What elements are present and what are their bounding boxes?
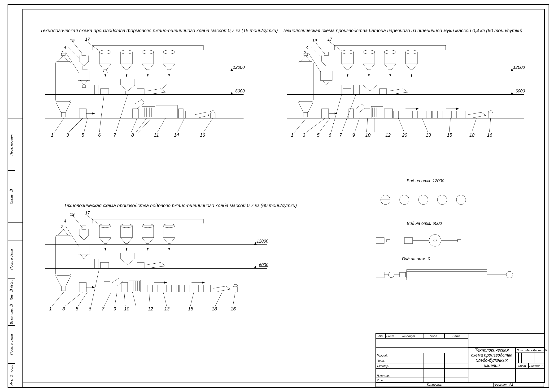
svg-rect-105 (488, 113, 493, 118)
svg-rect-135 (78, 245, 90, 254)
svg-rect-151 (122, 282, 128, 292)
svg-point-200 (419, 195, 428, 204)
s3-b7: 7 (102, 306, 104, 312)
titleblock: Изм. Лист № докум. Подп. Дата Разраб. Пр… (375, 333, 545, 383)
svg-line-113 (342, 95, 356, 133)
svg-point-208 (434, 239, 436, 242)
svg-rect-152 (129, 280, 141, 292)
svg-rect-61 (298, 62, 313, 102)
svg-rect-144 (95, 259, 99, 268)
svg-rect-23 (137, 89, 144, 95)
svg-rect-210 (457, 239, 461, 242)
scheme1-diagram (38, 38, 255, 137)
s2-b16: 16 (487, 133, 492, 138)
svg-rect-80 (349, 109, 353, 118)
s2-b7: 7 (339, 133, 342, 138)
svg-rect-62 (304, 112, 308, 117)
svg-rect-134 (82, 226, 86, 229)
side-tab-podp-data2: Подп. и дата (7, 240, 15, 279)
svg-rect-146 (111, 259, 117, 268)
svg-line-111 (319, 118, 330, 133)
side-tab-podp-data: Подп. и дата (7, 325, 15, 364)
tb-listov: Листов 1 (528, 363, 544, 368)
svg-point-202 (456, 195, 466, 204)
svg-rect-132 (56, 235, 71, 275)
svg-rect-147 (137, 262, 144, 268)
view1-diagram (378, 193, 497, 207)
svg-point-175 (233, 284, 238, 287)
s1-c17: 17 (85, 37, 90, 42)
svg-point-207 (429, 235, 441, 246)
svg-line-109 (294, 118, 306, 133)
scheme3-diagram (38, 212, 279, 311)
svg-line-48 (138, 118, 151, 133)
s3-c2: 2 (61, 224, 63, 229)
footer-format: Формат А2 (494, 382, 544, 387)
s1-b5: 5 (82, 133, 84, 138)
svg-rect-133 (62, 286, 65, 291)
svg-line-12 (106, 70, 108, 73)
s2-b20: 20 (402, 133, 407, 138)
svg-line-47 (136, 118, 147, 133)
svg-line-119 (422, 118, 428, 133)
drawing-sheet: Инв. № подл. Подп. и дата Взам. инв. № И… (0, 0, 554, 392)
tb-nkontr: Н.контр. (376, 373, 395, 378)
svg-rect-148 (79, 282, 86, 292)
svg-rect-36 (156, 105, 177, 118)
svg-line-11 (103, 70, 104, 73)
s3-elev-6000: 6000 (259, 262, 268, 267)
s2-b12: 12 (386, 133, 391, 138)
s1-b14: 14 (174, 133, 179, 138)
tb-ndoc: № докум. (395, 333, 423, 339)
svg-rect-8 (82, 85, 86, 87)
svg-line-179 (65, 292, 83, 306)
svg-line-123 (316, 42, 325, 54)
svg-rect-204 (387, 239, 390, 242)
view2-diagram (374, 233, 504, 249)
s2-b10: 10 (365, 133, 371, 138)
s2-c2: 2 (303, 51, 306, 56)
s3-b6: 6 (89, 306, 91, 312)
s3-b18: 18 (212, 306, 217, 312)
svg-rect-25 (79, 109, 86, 118)
s1-b1: 1 (51, 133, 53, 138)
s3-b10: 10 (124, 306, 129, 312)
svg-line-182 (104, 292, 111, 306)
scheme3-title: Технологическая схема производства подов… (64, 203, 297, 208)
svg-rect-81 (364, 109, 370, 118)
s1-b3: 3 (66, 133, 69, 138)
tb-izm: Изм. (376, 333, 386, 339)
svg-rect-4 (62, 112, 65, 117)
svg-line-51 (203, 118, 213, 133)
view1-title: Вид на отм. 12000 (407, 179, 444, 183)
svg-line-114 (355, 118, 359, 133)
s1-c2: 2 (61, 51, 63, 56)
svg-rect-27 (133, 109, 138, 118)
s3-b13: 13 (164, 306, 169, 312)
s2-b18: 18 (469, 133, 475, 138)
svg-rect-75 (343, 89, 351, 95)
svg-rect-159 (143, 285, 179, 292)
svg-rect-145 (100, 262, 109, 268)
svg-line-43 (84, 118, 87, 133)
svg-line-189 (215, 292, 222, 306)
svg-rect-7 (78, 71, 90, 80)
svg-rect-76 (353, 85, 359, 95)
side-tab-perv: Перв. примен. (7, 118, 15, 171)
svg-rect-78 (322, 109, 329, 118)
s2-b13: 13 (426, 133, 431, 138)
svg-point-106 (488, 111, 493, 113)
view2-title: Вид на отм. 6000 (407, 221, 442, 226)
s3-b3: 3 (62, 306, 65, 312)
tb-list-lbl: Лист (515, 363, 528, 368)
tb-tkontr: Т.контр. (376, 363, 395, 368)
scheme1-title: Технологическая схема производства формо… (40, 28, 278, 33)
svg-rect-64 (324, 52, 329, 56)
svg-line-120 (449, 118, 450, 133)
s3-b12: 12 (148, 306, 153, 312)
svg-line-190 (233, 292, 235, 306)
s3-c19: 19 (70, 212, 75, 217)
s1-b11: 11 (154, 133, 159, 138)
s3-b1: 1 (49, 306, 52, 312)
svg-line-191 (73, 216, 83, 228)
